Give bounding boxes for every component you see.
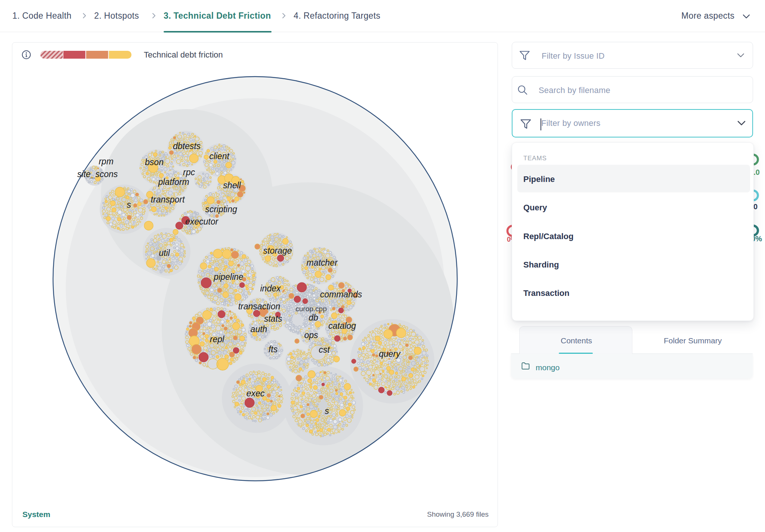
svg-text:catalog: catalog	[328, 321, 356, 331]
svg-text:stats: stats	[264, 314, 282, 324]
svg-text:s: s	[127, 200, 131, 210]
svg-text:repl: repl	[210, 334, 224, 344]
svg-text:transaction: transaction	[238, 301, 281, 311]
svg-text:rpc: rpc	[183, 167, 195, 177]
svg-text:db: db	[309, 313, 318, 322]
svg-text:query: query	[379, 349, 401, 359]
svg-text:bson: bson	[145, 157, 164, 167]
svg-text:fts: fts	[269, 344, 278, 354]
svg-text:client: client	[209, 151, 230, 161]
svg-text:index: index	[260, 284, 281, 293]
svg-text:shell: shell	[223, 180, 241, 190]
svg-text:platform: platform	[158, 177, 189, 187]
svg-text:util: util	[159, 248, 170, 258]
svg-text:rpm: rpm	[99, 157, 114, 166]
svg-text:0: 0	[753, 202, 758, 211]
svg-text:commands: commands	[320, 290, 362, 299]
svg-text:executor: executor	[185, 217, 219, 226]
svg-text:matcher: matcher	[306, 258, 338, 267]
svg-text:dbtests: dbtests	[173, 141, 201, 151]
svg-text:auth: auth	[251, 324, 267, 334]
svg-text:exec: exec	[247, 389, 265, 398]
svg-text:cst: cst	[319, 345, 330, 355]
svg-text:site_scons: site_scons	[77, 169, 118, 179]
svg-text:storage: storage	[263, 246, 292, 256]
svg-text:scripting: scripting	[205, 204, 237, 214]
svg-text:pipeline: pipeline	[213, 272, 243, 282]
svg-text:transport: transport	[151, 195, 185, 204]
svg-text:s: s	[325, 406, 329, 416]
svg-text:curop.cpp: curop.cpp	[295, 305, 326, 313]
svg-text:ops: ops	[304, 330, 318, 340]
